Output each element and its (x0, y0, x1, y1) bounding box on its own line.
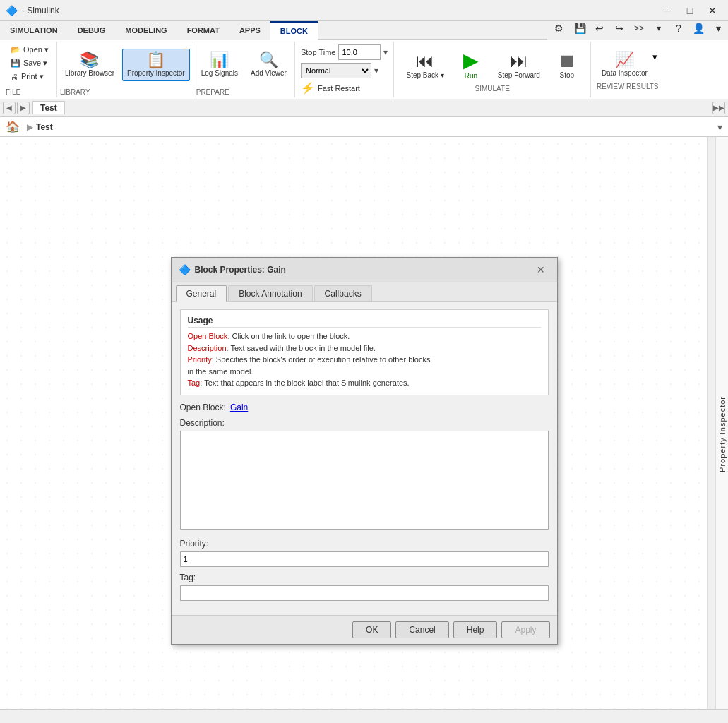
run-label: Run (465, 72, 477, 80)
usage-title: Usage (188, 316, 541, 328)
step-forward-label: Step Forward (498, 71, 540, 79)
usage-line-5: Tag: Text that appears in the block labe… (188, 377, 541, 389)
tab-bar: ◀ ▶ Test ▶▶ (0, 99, 728, 117)
expand-ribbon-button[interactable]: >> (629, 21, 649, 35)
usage-section: Usage Open Block: Click on the link to o… (180, 309, 549, 395)
dialog-title-bar: 🔷 Block Properties: Gain ✕ (172, 258, 557, 282)
breadcrumb-bar: 🏠 ▶ Test ▾ (0, 117, 728, 137)
data-inspector-dropdown[interactable]: ▾ (652, 52, 657, 62)
data-inspector-button[interactable]: 📈 Data Inspector (597, 49, 652, 81)
nav-back-button[interactable]: ◀ (3, 102, 16, 114)
property-inspector-sidebar[interactable]: Property Inspector (715, 137, 728, 723)
redo-button[interactable]: ↪ (609, 21, 629, 35)
data-inspector-label: Data Inspector (602, 69, 648, 78)
model-tab[interactable]: Test (32, 101, 65, 114)
tab-block[interactable]: BLOCK (270, 21, 318, 40)
priority-input[interactable] (180, 551, 549, 567)
open-block-label: Open Block: (180, 402, 226, 412)
print-icon: 🖨 (11, 73, 18, 81)
save-ribbon-button[interactable]: 💾 (570, 21, 590, 35)
help-button[interactable]: ? (669, 21, 688, 35)
prepare-group-label: PREPARE (196, 87, 292, 96)
review-group-label: REVIEW RESULTS (597, 81, 659, 90)
fast-restart-icon: ⚡ (301, 81, 315, 95)
window-title: - Simulink (22, 6, 657, 16)
breadcrumb-separator: ▶ (27, 122, 33, 132)
open-button[interactable]: 📂 Open ▾ (6, 43, 54, 56)
account-button[interactable]: 👤 (688, 21, 708, 35)
dialog-tab-bar: General Block Annotation Callbacks (172, 282, 557, 302)
title-bar: 🔷 - Simulink ─ □ ✕ (0, 0, 728, 21)
add-viewer-button[interactable]: 🔍 Add Viewer (246, 49, 292, 81)
ribbon-dropdown-button[interactable]: ▾ (649, 21, 669, 35)
ribbon-tab-bar: SIMULATION DEBUG MODELING FORMAT APPS BL… (0, 21, 728, 40)
window-controls: ─ □ ✕ (657, 4, 722, 18)
description-textarea[interactable] (180, 431, 549, 530)
log-signals-button[interactable]: 📊 Log Signals (196, 49, 243, 81)
dialog-body: Usage Open Block: Click on the link to o… (172, 302, 557, 615)
mode-dropdown[interactable]: ▾ (374, 66, 378, 76)
simulation-mode-select[interactable]: Normal (301, 63, 371, 78)
home-icon[interactable]: 🏠 (6, 120, 20, 133)
simulate-group: ⏮ Step Back ▾ ▶ Run ⏭ Step Forward ⏹ Sto… (394, 42, 590, 97)
maximize-button[interactable]: □ (680, 4, 700, 18)
add-viewer-icon: 🔍 (259, 52, 278, 68)
step-forward-button[interactable]: ⏭ Step Forward (491, 48, 547, 83)
stop-label: Stop (560, 71, 575, 79)
log-signals-label: Log Signals (201, 69, 238, 78)
tag-input[interactable] (180, 585, 549, 601)
workspace-scrollbar[interactable] (707, 137, 715, 723)
settings-icon[interactable]: ⚙ (549, 21, 568, 35)
step-back-button[interactable]: ⏮ Step Back ▾ (400, 48, 450, 83)
dialog-close-button[interactable]: ✕ (532, 262, 550, 277)
print-button[interactable]: 🖨 Print ▾ (6, 70, 49, 83)
property-inspector-sidebar-label: Property Inspector (718, 396, 727, 472)
stop-time-group: Stop Time ▾ Normal ▾ ⚡ Fast Restart (295, 42, 395, 97)
dialog-tab-general[interactable]: General (176, 285, 227, 302)
simulink-icon: 🔷 (6, 5, 18, 16)
model-tab-label: Test (40, 103, 57, 113)
dialog-tab-block-annotation[interactable]: Block Annotation (228, 285, 312, 301)
library-group-label: LIBRARY (60, 87, 190, 96)
scroll-right-button[interactable]: ▶▶ (712, 102, 725, 114)
stop-button[interactable]: ⏹ Stop (549, 48, 585, 83)
tab-format[interactable]: FORMAT (177, 21, 229, 40)
stop-icon: ⏹ (558, 52, 576, 70)
cancel-button[interactable]: Cancel (395, 621, 448, 638)
stop-time-dropdown[interactable]: ▾ (383, 47, 388, 57)
breadcrumb-dropdown[interactable]: ▾ (717, 121, 722, 133)
tab-simulation[interactable]: SIMULATION (0, 21, 68, 40)
tab-debug[interactable]: DEBUG (68, 21, 116, 40)
log-signals-icon: 📊 (210, 52, 229, 68)
usage-line-3: Priority: Specifies the block's order of… (188, 354, 541, 366)
library-browser-button[interactable]: 📚 Library Browser (60, 49, 119, 81)
help-button[interactable]: Help (453, 621, 498, 638)
save-icon: 💾 (11, 59, 20, 68)
nav-forward-button[interactable]: ▶ (17, 102, 30, 114)
run-button[interactable]: ▶ Run (453, 47, 489, 83)
close-button[interactable]: ✕ (703, 4, 722, 18)
step-back-icon: ⏮ (416, 52, 434, 70)
add-viewer-label: Add Viewer (251, 69, 287, 78)
usage-line-2: Description: Text saved with the block i… (188, 342, 541, 354)
block-properties-dialog: 🔷 Block Properties: Gain ✕ General Block… (171, 257, 558, 645)
dialog-tab-callbacks[interactable]: Callbacks (314, 285, 372, 301)
tab-apps[interactable]: APPS (229, 21, 270, 40)
dialog-title-icon: 🔷 (179, 264, 191, 275)
minimize-button[interactable]: ─ (657, 4, 677, 18)
stop-time-input[interactable] (338, 44, 381, 60)
save-button[interactable]: 💾 Save ▾ (6, 56, 52, 70)
open-icon: 📂 (11, 45, 20, 54)
tab-modeling[interactable]: MODELING (115, 21, 177, 40)
apply-button[interactable]: Apply (501, 621, 549, 638)
usage-line-4: in the same model. (188, 366, 541, 378)
status-bar (0, 709, 728, 723)
undo-button[interactable]: ↩ (590, 21, 609, 35)
ok-button[interactable]: OK (352, 621, 391, 638)
more-options-button[interactable]: ▾ (708, 21, 728, 35)
nav-arrows: ◀ ▶ (3, 102, 30, 114)
property-inspector-button[interactable]: 📋 Property Inspector (122, 49, 190, 81)
fast-restart-label: Fast Restart (318, 84, 360, 92)
file-group-buttons: 📂 Open ▾ 💾 Save ▾ 🖨 Print ▾ (6, 43, 54, 87)
open-block-link[interactable]: Gain (230, 402, 248, 412)
